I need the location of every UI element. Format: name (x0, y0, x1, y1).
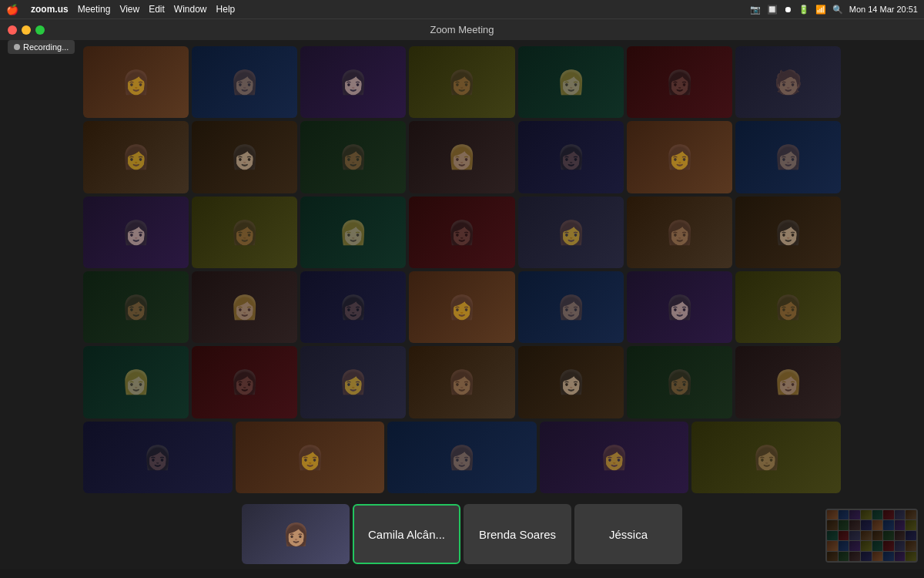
menu-help[interactable]: Help (216, 4, 236, 15)
video-cell[interactable]: 👩🏿 (409, 197, 514, 268)
video-cell[interactable]: 👩🏿 (83, 422, 233, 493)
thumb-cell (861, 541, 872, 550)
thumb-cell (883, 552, 894, 561)
video-cell[interactable]: 👩 (300, 346, 406, 418)
close-button[interactable] (8, 25, 17, 35)
apple-menu[interactable]: 🍎 (6, 4, 18, 15)
video-cell[interactable]: 👩🏽 (735, 121, 841, 193)
menubar-right: 📷 🔲 ⏺ 🔋 📶 🔍 Mon 14 Mar 20:51 (750, 5, 918, 15)
thumb-cell (861, 552, 872, 561)
video-cell[interactable]: 👩🏼 (83, 346, 189, 418)
video-cell[interactable]: 👩🏾 (192, 197, 297, 268)
menu-window[interactable]: Window (174, 4, 207, 15)
recording-label: Recording... (23, 42, 69, 52)
thumb-cell (861, 520, 872, 529)
menu-edit[interactable]: Edit (149, 4, 165, 15)
video-cell[interactable]: 👩🏿 (627, 46, 732, 118)
video-cell[interactable]: 👩🏻 (83, 197, 189, 268)
screen-share-icon: 🔲 (767, 5, 778, 15)
video-cell[interactable]: 👩🏼 (300, 197, 406, 268)
video-cell[interactable]: 👩🏻 (627, 271, 732, 343)
video-cell[interactable]: 👩🏾 (409, 46, 514, 118)
video-cell[interactable]: 👩🏻 (300, 46, 406, 118)
video-cell[interactable]: 👩🏾 (735, 271, 841, 343)
video-cell[interactable]: 👩🏻 (735, 197, 841, 268)
thumb-cell (849, 552, 860, 561)
participant-card-jessica[interactable]: Jéssica (574, 504, 682, 564)
thumb-cell (895, 520, 906, 529)
minimize-button[interactable] (22, 25, 31, 35)
video-row-1: 👩👩🏻👩🏾👩🏼👩🏿👩👩🏽 (83, 121, 841, 193)
thumb-cell (861, 510, 872, 519)
thumb-cell (839, 541, 849, 550)
video-cell[interactable]: 👩 (627, 121, 732, 193)
video-grid: 👩👩🏽👩🏻👩🏾👩🏼👩🏿🧑🏽👩👩🏻👩🏾👩🏼👩🏿👩👩🏽👩🏻👩🏾👩🏼👩🏿👩👩🏽👩🏻👩🏾… (0, 40, 924, 499)
video-cell[interactable]: 👩 (236, 422, 385, 493)
maximize-button[interactable] (35, 25, 45, 35)
thumb-cell (861, 531, 872, 540)
video-cell[interactable]: 👩🏽 (409, 346, 514, 418)
time-display: Mon 14 Mar 20:51 (849, 5, 918, 14)
thumb-cell (895, 541, 906, 550)
thumb-cell (906, 520, 916, 529)
titlebar: Zoom Meeting (0, 18, 924, 40)
recording-dot (14, 44, 20, 50)
thumb-cell (849, 510, 860, 519)
thumbnail-overview[interactable] (825, 509, 918, 563)
thumb-cell (906, 552, 916, 561)
participant-name-jessica: Jéssica (609, 528, 648, 541)
video-cell[interactable]: 👩🏽 (627, 197, 732, 268)
thumb-cell (883, 541, 894, 550)
video-cell[interactable]: 👩🏼 (192, 271, 297, 343)
thumb-cell (906, 541, 916, 550)
thumb-cell (906, 510, 916, 519)
thumb-cell (895, 552, 906, 561)
video-cell[interactable]: 👩🏾 (300, 121, 406, 193)
thumb-cell (872, 552, 883, 561)
video-cell[interactable]: 👩🏾 (627, 346, 732, 418)
video-cell[interactable]: 👩🏼 (735, 346, 841, 418)
participant-card-brenda[interactable]: Brenda Soares (464, 504, 571, 564)
video-cell[interactable]: 👩🏼 (409, 121, 514, 193)
wifi-icon: 📶 (815, 5, 826, 15)
search-icon[interactable]: 🔍 (832, 5, 843, 15)
camera-icon: 📷 (750, 5, 761, 15)
video-cell[interactable]: 👩🏽 (518, 271, 624, 343)
thumb-cell (883, 510, 894, 519)
video-cell[interactable]: 👩 (83, 46, 189, 118)
video-cell[interactable]: 👩🏿 (192, 346, 297, 418)
app-name[interactable]: zoom.us (31, 4, 69, 15)
video-cell[interactable]: 👩🏽 (691, 422, 841, 493)
video-cell[interactable]: 👩🏾 (83, 271, 189, 343)
thumb-cell (839, 510, 849, 519)
video-cell[interactable]: 👩🏻 (518, 346, 624, 418)
video-cell[interactable]: 👩 (518, 197, 624, 268)
thumb-cell (872, 531, 883, 540)
bottom-bar: 👩🏽 Camila Alcân... Brenda Soares Jéssica (0, 499, 924, 569)
video-cell[interactable]: 👩🏼 (518, 46, 624, 118)
video-row-4: 👩🏼👩🏿👩👩🏽👩🏻👩🏾👩🏼 (83, 346, 841, 418)
participant-card-anon[interactable]: 👩🏽 (242, 504, 350, 564)
video-cell[interactable]: 👩 (409, 271, 514, 343)
thumb-cell (872, 510, 883, 519)
menu-view[interactable]: View (119, 4, 139, 15)
video-row-0: 👩👩🏽👩🏻👩🏾👩🏼👩🏿🧑🏽 (83, 46, 841, 118)
thumb-cell (895, 531, 906, 540)
video-cell[interactable]: 👩 (540, 422, 689, 493)
thumb-cell (827, 531, 838, 540)
thumb-cell (883, 531, 894, 540)
menu-meeting[interactable]: Meeting (78, 4, 111, 15)
video-cell[interactable]: 👩🏿 (300, 271, 406, 343)
video-cell[interactable]: 👩🏽 (192, 46, 297, 118)
window-controls (8, 25, 45, 35)
thumb-cell (872, 541, 883, 550)
video-cell[interactable]: 👩🏻 (192, 121, 297, 193)
participant-card-camila[interactable]: Camila Alcân... (353, 504, 460, 564)
record-icon: ⏺ (784, 5, 792, 14)
thumb-cell (895, 510, 906, 519)
video-cell[interactable]: 🧑🏽 (735, 46, 841, 118)
thumb-cell (883, 520, 894, 529)
video-cell[interactable]: 👩 (83, 121, 189, 193)
video-cell[interactable]: 👩🏿 (518, 121, 624, 193)
video-cell[interactable]: 👩🏽 (387, 422, 537, 493)
